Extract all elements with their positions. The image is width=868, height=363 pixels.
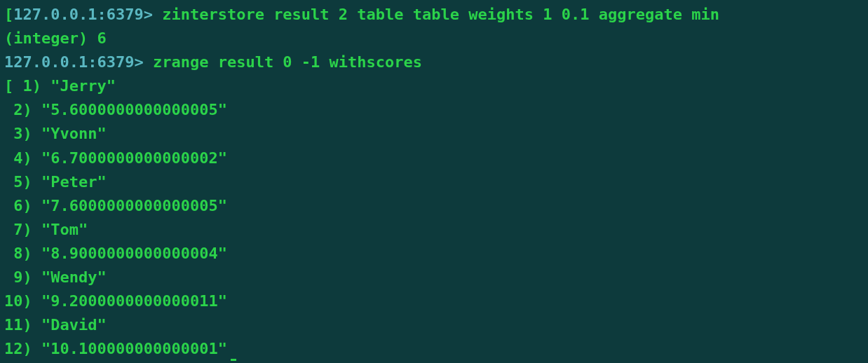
command-text: zinterstore result 2 table table weights… (162, 6, 719, 23)
command-text: zrange result 0 -1 withscores (153, 53, 422, 71)
list-index: 1 (13, 74, 32, 98)
list-value: "Yvonn" (41, 125, 107, 142)
bracket-open: [ (4, 6, 13, 23)
command-line-2: 127.0.0.1:6379> zrange result 0 -1 withs… (4, 50, 864, 74)
list-index: 12 (4, 337, 22, 361)
list-value: "Tom" (41, 221, 88, 238)
list-item: 12) "10.100000000000001" (4, 337, 864, 361)
list-index: 5 (4, 170, 22, 194)
list-value: "6.7000000000000002" (41, 149, 227, 167)
paren: ) (22, 221, 32, 238)
list-value: "Peter" (41, 173, 107, 191)
cursor (231, 341, 236, 361)
list-value: "Jerry" (50, 77, 116, 95)
prompt: 127.0.0.1:6379> (4, 53, 144, 71)
list-value: "8.9000000000000004" (41, 245, 227, 262)
response-line: (integer) 6 (4, 27, 864, 50)
list-index: 7 (4, 218, 22, 242)
list-item: 11) "David" (4, 313, 864, 337)
paren: ) (22, 173, 32, 191)
paren: ) (22, 292, 32, 310)
list-item: 8) "8.9000000000000004" (4, 242, 864, 266)
paren: ) (22, 197, 32, 214)
paren: ) (22, 268, 32, 286)
list-index: 4 (4, 146, 22, 170)
list-item: 10) "9.2000000000000011" (4, 289, 864, 313)
command-line-1: [127.0.0.1:6379> zinterstore result 2 ta… (4, 3, 864, 27)
paren: ) (22, 149, 32, 167)
paren: ) (22, 340, 32, 357)
prompt: 127.0.0.1:6379> (13, 6, 153, 23)
list-value: "10.100000000000001" (41, 340, 227, 357)
list-item: 5) "Peter" (4, 170, 864, 194)
list-index: 8 (4, 242, 22, 266)
list-index: 2 (4, 98, 22, 122)
bracket-open: [ (4, 77, 13, 95)
list-index: 11 (4, 313, 22, 337)
list-value: "David" (41, 316, 107, 334)
list-index: 10 (4, 289, 22, 313)
paren: ) (22, 245, 32, 262)
list-item: 2) "5.6000000000000005" (4, 98, 864, 122)
list-item: [ 1) "Jerry" (4, 74, 864, 98)
list-value: "Wendy" (41, 268, 107, 286)
list-item: 9) "Wendy" (4, 266, 864, 289)
terminal-output: [127.0.0.1:6379> zinterstore result 2 ta… (4, 3, 864, 361)
list-item: 3) "Yvonn" (4, 122, 864, 146)
paren: ) (22, 125, 32, 142)
list-value: "5.6000000000000005" (41, 101, 227, 118)
paren: ) (32, 77, 41, 95)
list-value: "9.2000000000000011" (41, 292, 227, 310)
paren: ) (22, 101, 32, 118)
paren: ) (22, 316, 32, 334)
list-index: 3 (4, 122, 22, 146)
list-item: 4) "6.7000000000000002" (4, 146, 864, 170)
list-item: 7) "Tom" (4, 218, 864, 242)
list-value: "7.6000000000000005" (41, 197, 227, 214)
list-index: 6 (4, 194, 22, 218)
list-index: 9 (4, 266, 22, 289)
list-item: 6) "7.6000000000000005" (4, 194, 864, 218)
